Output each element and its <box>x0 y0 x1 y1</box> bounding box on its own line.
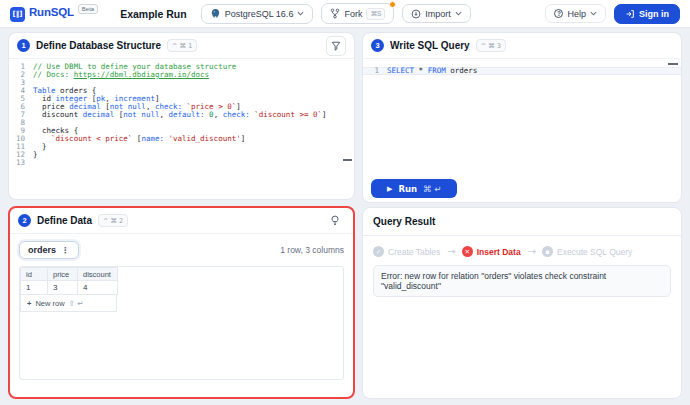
define-data-header: 2 Define Data ^ ⌘ 2 <box>10 208 353 234</box>
document-title: Example Run <box>120 8 187 20</box>
new-row-label: New row <box>35 299 64 308</box>
help-button-label: Help <box>567 9 586 19</box>
panel-title: Write SQL Query <box>390 40 470 51</box>
kebab-menu-icon[interactable]: ⋮ <box>61 245 70 255</box>
line-number: 1 <box>363 67 387 75</box>
step-label: Insert Data <box>477 247 521 257</box>
hint-button[interactable] <box>325 211 345 231</box>
table-tab-orders[interactable]: orders ⋮ <box>19 241 79 259</box>
table-cell[interactable]: 4 <box>78 281 118 295</box>
runsql-app: [‖] RunSQL Beta Example Run PostgreSQL 1… <box>0 0 690 405</box>
chevron-down-icon <box>590 11 597 16</box>
execution-steps: ✓Create Tables→✕Insert Data→▪Execute SQL… <box>363 236 681 264</box>
chevron-down-icon <box>297 11 304 16</box>
scrollbar-thumb[interactable] <box>343 159 352 161</box>
lightbulb-icon <box>330 215 340 226</box>
help-button[interactable]: ? Help <box>545 4 606 23</box>
step-insert-data: ✕Insert Data <box>462 246 521 257</box>
import-button[interactable]: Import <box>402 4 471 23</box>
plus-icon: + <box>27 299 31 308</box>
table-cell[interactable]: 3 <box>48 281 78 295</box>
runsql-logo-icon: [‖] <box>10 7 25 22</box>
shortcut-badge: ^ ⌘ 2 <box>98 214 128 227</box>
shortcut-badge: ^ ⌘ 1 <box>167 39 197 52</box>
code-text: // Docs: https://dbml.dbdiagram.io/docs <box>33 71 209 79</box>
code-line: 1SELECT * FROM orders <box>363 67 681 75</box>
run-shortcut: ⌘ ↵ <box>423 184 441 194</box>
runsql-logo[interactable]: [‖] RunSQL Beta <box>10 6 98 22</box>
step-arrow-icon: → <box>447 246 454 257</box>
step-arrow-icon: → <box>528 246 535 257</box>
fork-icon <box>330 8 340 19</box>
code-line: 13 <box>9 159 354 167</box>
step-number-badge: 1 <box>17 39 30 52</box>
column-header-id: id <box>21 268 48 281</box>
step-create-tables: ✓Create Tables <box>373 246 440 257</box>
code-text: `discount < price` [name: 'valid_discoun… <box>33 135 245 143</box>
define-data-content: orders ⋮ 1 row, 3 columns idpricediscoun… <box>10 234 353 387</box>
sign-in-button[interactable]: Sign in <box>614 4 680 24</box>
step-label: Create Tables <box>388 247 440 257</box>
sql-editor[interactable]: 1SELECT * FROM orders <box>363 59 681 75</box>
format-code-button[interactable] <box>326 36 346 56</box>
sign-in-icon <box>625 9 635 19</box>
table-summary: 1 row, 3 columns <box>280 245 344 255</box>
step-label: Execute SQL Query <box>557 247 632 257</box>
notification-dot <box>389 1 396 8</box>
new-row-shortcut: ⇧ ↵ <box>69 299 84 308</box>
step-status-icon: ▪ <box>542 246 553 257</box>
fork-button-label: Fork <box>344 9 362 19</box>
write-query-panel: 3 Write SQL Query ^ ⌘ 3 1SELECT * FROM o… <box>362 32 682 203</box>
column-header-price: price <box>48 268 78 281</box>
top-bar: [‖] RunSQL Beta Example Run PostgreSQL 1… <box>0 0 690 28</box>
fork-shortcut-badge: ⌘S <box>366 8 385 20</box>
import-icon <box>411 9 421 19</box>
define-data-panel: 2 Define Data ^ ⌘ 2 orders ⋮ 1 row, 3 c <box>8 206 355 399</box>
define-structure-panel: 1 Define Database Structure ^ ⌘ 1 1// Us… <box>8 32 355 200</box>
code-line: 2// Docs: https://dbml.dbdiagram.io/docs <box>9 71 354 79</box>
code-text: SELECT * FROM orders <box>387 67 477 75</box>
step-number-badge: 2 <box>18 214 31 227</box>
table-tab-label: orders <box>28 245 56 255</box>
postgresql-icon <box>210 8 221 19</box>
beta-badge: Beta <box>78 4 98 14</box>
format-icon <box>331 41 341 51</box>
chevron-down-icon <box>455 11 462 16</box>
scrollbar-thumb[interactable] <box>668 63 678 65</box>
fork-button[interactable]: Fork ⌘S <box>321 3 394 24</box>
shortcut-badge: ^ ⌘ 3 <box>476 39 506 52</box>
code-line: 7 discount decimal [not null, default: 0… <box>9 111 354 119</box>
play-icon: ▶ <box>387 185 392 193</box>
import-button-label: Import <box>425 9 451 19</box>
table-row: 134 <box>21 281 118 295</box>
code-text: } <box>33 151 38 159</box>
help-icon: ? <box>554 9 563 18</box>
run-button[interactable]: ▶ Run ⌘ ↵ <box>371 179 457 198</box>
dbml-editor[interactable]: 1// Use DBML to define your database str… <box>9 59 354 167</box>
code-text: discount decimal [not null, default: 0, … <box>33 111 327 119</box>
database-selector[interactable]: PostgreSQL 16.6 <box>201 4 314 24</box>
data-grid-table: idpricediscount134 <box>20 267 118 295</box>
main-content: 1 Define Database Structure ^ ⌘ 1 1// Us… <box>0 28 690 405</box>
runsql-logo-text: RunSQL <box>29 6 74 18</box>
panel-title: Define Data <box>37 215 92 226</box>
line-number: 13 <box>9 159 33 167</box>
table-cell[interactable]: 1 <box>21 281 48 295</box>
step-execute-sql-query: ▪Execute SQL Query <box>542 246 632 257</box>
table-tab-row: orders ⋮ 1 row, 3 columns <box>19 241 344 259</box>
write-query-header: 3 Write SQL Query ^ ⌘ 3 <box>363 33 681 59</box>
panel-title: Query Result <box>373 216 435 227</box>
define-structure-header: 1 Define Database Structure ^ ⌘ 1 <box>9 33 354 59</box>
panel-title: Define Database Structure <box>36 40 161 51</box>
database-selector-label: PostgreSQL 16.6 <box>225 9 294 19</box>
column-header-discount: discount <box>78 268 118 281</box>
new-row-button[interactable]: + New row ⇧ ↵ <box>20 295 117 312</box>
code-line: 10 `discount < price` [name: 'valid_disc… <box>9 135 354 143</box>
step-status-icon: ✕ <box>462 246 473 257</box>
query-result-panel: Query Result ✓Create Tables→✕Insert Data… <box>362 207 682 399</box>
step-number-badge: 3 <box>371 39 384 52</box>
run-button-label: Run <box>398 184 417 194</box>
data-grid: idpricediscount134 + New row ⇧ ↵ <box>19 266 344 380</box>
error-message: Error: new row for relation "orders" vio… <box>373 265 671 297</box>
code-line: 12} <box>9 151 354 159</box>
